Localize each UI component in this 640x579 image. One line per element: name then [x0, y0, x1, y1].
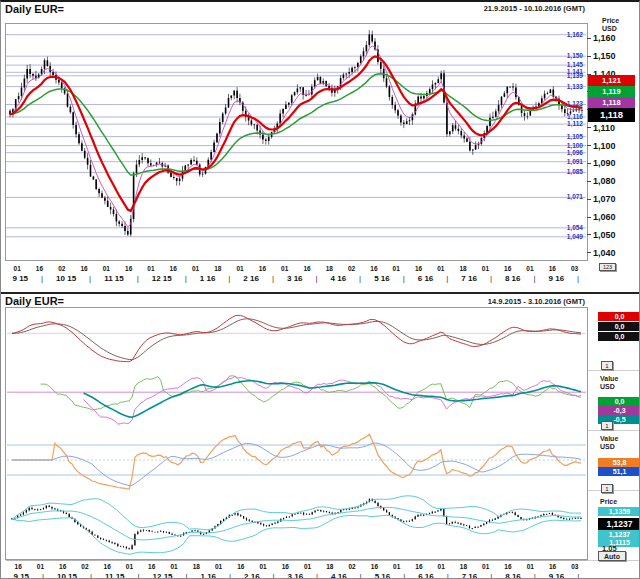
x-tick-label: 16: [125, 265, 132, 272]
price-badge: 1,118: [588, 97, 635, 108]
x-tick-label: 18: [326, 563, 333, 570]
panel-separator-axis: [587, 370, 640, 371]
x-month-label: 7 16: [461, 274, 477, 283]
x-tick-label: 01: [304, 563, 311, 570]
x-tick-label: 02: [349, 563, 356, 570]
y-axis-tick-label: 1,070: [593, 194, 616, 204]
price-level-label: 1,162: [557, 31, 583, 38]
price-level-label: 1,133: [557, 83, 583, 90]
price-badge: 1,121: [588, 75, 635, 86]
y-axis-tick-mark: [587, 252, 591, 253]
x-month-separator: |: [490, 572, 492, 579]
rsi-axis-title: ValueUSD: [600, 435, 618, 451]
x-month-separator: |: [447, 572, 449, 579]
x-tick-label: 01: [259, 563, 266, 570]
x-tick-label: 01: [527, 563, 534, 570]
x-tick-label: 16: [504, 265, 511, 272]
panel-link-button[interactable]: 1: [601, 361, 613, 370]
y-axis-tick-mark: [587, 199, 591, 200]
price-level-label: 1,100: [557, 142, 583, 149]
price-badge: 1,119: [588, 86, 635, 97]
y-axis-tick-label: 1,090: [593, 158, 616, 168]
x-tick-label: 16: [303, 265, 310, 272]
panel-separator: [6, 560, 587, 561]
panel-separator-axis: [587, 490, 640, 491]
bband-panel[interactable]: [7, 490, 586, 560]
macd-panel[interactable]: [7, 307, 586, 370]
price-level-label: 1,139: [557, 72, 583, 79]
x-tick-label: 16: [549, 265, 556, 272]
panel-link-button[interactable]: 1: [601, 421, 613, 430]
x-month-separator: |: [41, 274, 43, 283]
x-tick-label: 01: [37, 563, 44, 570]
x-month-separator: |: [185, 572, 187, 579]
y-axis-tick-label: 1,100: [593, 141, 616, 151]
x-axis-month-row: 9 15|10 15|11 15|12 15|1 16|2 16|3 16|4 …: [6, 273, 586, 283]
y-axis-tick-mark: [587, 163, 591, 164]
macd-value-badge: 0,0: [598, 322, 640, 331]
x-month-label: 8 16: [505, 274, 521, 283]
x-tick-label: 01: [393, 563, 400, 570]
x-tick-label: 18: [326, 265, 333, 272]
x-month-separator: |: [137, 274, 139, 283]
price-level-label: 1,049: [557, 233, 583, 240]
rsi-panel[interactable]: [7, 430, 586, 490]
y-axis-tick-label: 1,040: [593, 248, 616, 258]
y-axis-tick-label: 1,110: [593, 123, 615, 133]
roc-panel[interactable]: [7, 370, 586, 430]
price-level-label: 1,054: [557, 224, 583, 231]
x-month-label: 6 16: [418, 274, 434, 283]
x-tick-label: 16: [415, 563, 422, 570]
roc-value-badge: 0,0: [598, 397, 640, 406]
x-month-separator: |: [533, 274, 535, 283]
y-axis-tick-label: 1,060: [593, 212, 616, 222]
macd-value-badge: 0,0: [598, 332, 640, 341]
x-tick-label: 01: [437, 265, 444, 272]
price-level-label: 1,085: [557, 168, 583, 175]
y-axis-tick-mark: [587, 38, 591, 39]
x-tick-label: 02: [81, 563, 88, 570]
bottom-chart-title: Daily EUR=: [5, 295, 64, 307]
x-month-label: 11 15: [105, 572, 125, 579]
price-level-label: 1,123: [557, 100, 583, 107]
panel-link-button[interactable]: 1: [601, 484, 613, 493]
x-month-separator: |: [577, 572, 579, 579]
x-tick-label: 02: [58, 265, 65, 272]
price-level-label: 1,096: [557, 149, 583, 156]
x-month-separator: |: [490, 274, 492, 283]
x-tick-label: 18: [460, 563, 467, 570]
x-tick-label: 01: [192, 265, 199, 272]
panel-separator-axis: [587, 430, 640, 431]
price-level-label: 1,150: [557, 52, 583, 59]
x-month-separator: |: [229, 572, 231, 579]
x-tick-label: 16: [237, 563, 244, 570]
x-month-label: 7 16: [462, 572, 478, 579]
x-tick-label: 16: [415, 265, 422, 272]
x-month-label: 4 16: [331, 572, 347, 579]
auto-scale-button[interactable]: Auto: [598, 551, 626, 561]
x-month-label: 2 16: [243, 274, 259, 283]
x-month-separator: |: [273, 572, 275, 579]
price-level-label: 1,145: [557, 61, 583, 68]
x-month-label: 6 16: [418, 572, 434, 579]
price-level-label: 1,112: [557, 120, 583, 127]
x-tick-label: 16: [504, 563, 511, 570]
x-tick-label: 18: [214, 265, 221, 272]
price-level-label: 1,091: [557, 158, 583, 165]
x-month-separator: |: [316, 274, 318, 283]
x-month-label: 10 15: [57, 572, 77, 579]
x-month-label: 2 16: [244, 572, 260, 579]
x-tick-label: 01: [526, 265, 533, 272]
x-month-separator: |: [360, 572, 362, 579]
y-axis-tick-label: 1,160: [593, 33, 616, 43]
roc-value-badge: -0,3: [598, 406, 640, 415]
axis-title-line: USD: [600, 383, 618, 391]
macd-value-badge: 0,0: [598, 312, 640, 321]
x-axis-minor-row: 0116021601160116011801160116180216011601…: [6, 264, 586, 273]
x-month-label: 9 16: [549, 274, 565, 283]
bband-value-badge: 1,1237: [598, 518, 640, 530]
x-month-label: 9 16: [549, 572, 565, 579]
x-tick-label: 01: [215, 563, 222, 570]
price-badge: 1,118: [588, 108, 635, 122]
x-tick-label: 16: [36, 265, 43, 272]
